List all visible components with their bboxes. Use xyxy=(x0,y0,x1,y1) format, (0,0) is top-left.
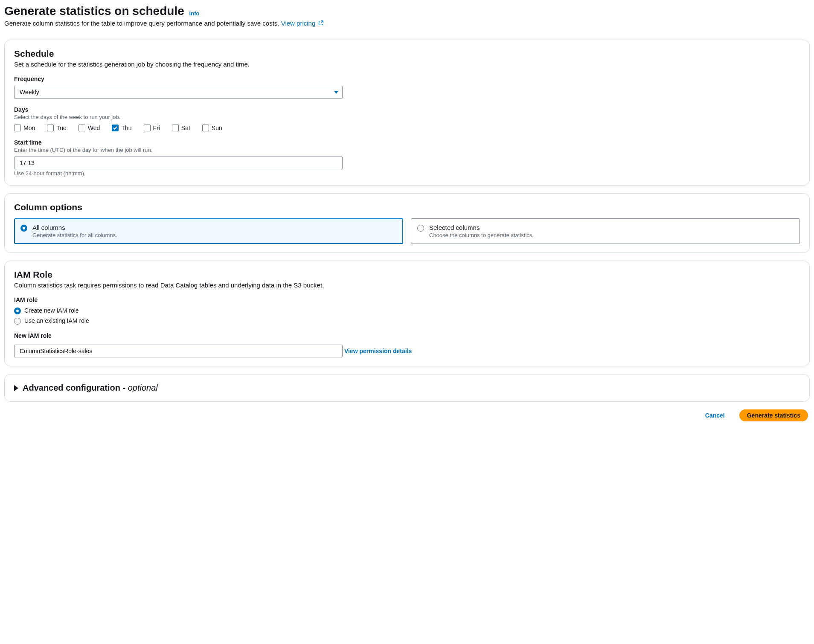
view-permission-details-link[interactable]: View permission details xyxy=(344,348,412,354)
checkbox-icon xyxy=(172,125,179,131)
iam-description: Column statistics task requires permissi… xyxy=(14,281,800,289)
iam-title: IAM Role xyxy=(14,270,800,280)
frequency-select[interactable]: Weekly xyxy=(14,86,343,99)
day-label: Wed xyxy=(88,125,100,131)
day-checkbox-wed[interactable]: Wed xyxy=(78,125,100,131)
days-help: Select the days of the week to run your … xyxy=(14,114,800,120)
day-label: Mon xyxy=(23,125,35,131)
schedule-description: Set a schedule for the statistics genera… xyxy=(14,61,800,68)
external-link-icon xyxy=(318,20,324,26)
radio-icon xyxy=(417,225,424,232)
day-checkbox-thu[interactable]: Thu xyxy=(112,125,131,131)
day-checkbox-mon[interactable]: Mon xyxy=(14,125,35,131)
advanced-optional-text: optional xyxy=(128,383,158,392)
view-pricing-link[interactable]: View pricing xyxy=(281,20,324,27)
caret-right-icon xyxy=(14,385,18,391)
checkbox-icon xyxy=(78,125,85,131)
day-label: Tue xyxy=(56,125,67,131)
day-checkbox-sat[interactable]: Sat xyxy=(172,125,190,131)
radio-icon xyxy=(20,225,27,232)
advanced-config-title: Advanced configuration - optional xyxy=(23,383,158,393)
start-time-input[interactable] xyxy=(14,157,343,169)
column-options-panel: Column options All columns Generate stat… xyxy=(4,193,810,253)
schedule-panel: Schedule Set a schedule for the statisti… xyxy=(4,40,810,186)
tile-selected-columns[interactable]: Selected columns Choose the columns to g… xyxy=(411,218,800,244)
tile-selected-columns-title: Selected columns xyxy=(429,224,534,231)
start-time-hint: Use 24-hour format (hh:mm). xyxy=(14,170,800,177)
new-iam-role-label: New IAM role xyxy=(14,332,800,339)
day-label: Thu xyxy=(121,125,131,131)
radio-use-existing-role[interactable]: Use an existing IAM role xyxy=(14,317,800,325)
day-checkbox-fri[interactable]: Fri xyxy=(144,125,160,131)
day-checkbox-tue[interactable]: Tue xyxy=(47,125,67,131)
tile-all-columns-desc: Generate statistics for all columns. xyxy=(32,232,117,238)
generate-statistics-button[interactable]: Generate statistics xyxy=(739,409,808,421)
page-description: Generate column statistics for the table… xyxy=(4,20,810,27)
radio-icon xyxy=(14,307,21,314)
iam-role-label: IAM role xyxy=(14,296,800,303)
advanced-config-panel[interactable]: Advanced configuration - optional xyxy=(4,374,810,402)
tile-all-columns[interactable]: All columns Generate statistics for all … xyxy=(14,218,403,244)
tile-all-columns-title: All columns xyxy=(32,224,117,231)
radio-existing-label: Use an existing IAM role xyxy=(24,317,89,324)
column-options-title: Column options xyxy=(14,202,800,212)
schedule-title: Schedule xyxy=(14,49,800,59)
view-pricing-label: View pricing xyxy=(281,20,316,27)
radio-create-label: Create new IAM role xyxy=(24,307,79,314)
iam-role-panel: IAM Role Column statistics task requires… xyxy=(4,261,810,366)
checkbox-icon xyxy=(14,125,21,131)
days-label: Days xyxy=(14,106,800,113)
frequency-label: Frequency xyxy=(14,75,800,82)
info-link[interactable]: Info xyxy=(189,10,200,17)
advanced-title-text: Advanced configuration - xyxy=(23,383,128,392)
page-description-text: Generate column statistics for the table… xyxy=(4,20,279,27)
day-label: Sat xyxy=(181,125,190,131)
checkbox-icon xyxy=(112,125,119,131)
day-label: Sun xyxy=(212,125,222,131)
radio-create-new-role[interactable]: Create new IAM role xyxy=(14,307,800,314)
checkbox-icon xyxy=(202,125,209,131)
checkbox-icon xyxy=(47,125,54,131)
tile-selected-columns-desc: Choose the columns to generate statistic… xyxy=(429,232,534,238)
checkbox-icon xyxy=(144,125,151,131)
start-time-label: Start time xyxy=(14,139,800,146)
new-iam-role-input[interactable] xyxy=(14,345,343,357)
start-time-help: Enter the time (UTC) of the day for when… xyxy=(14,147,800,153)
page-title: Generate statistics on schedule xyxy=(4,4,184,17)
radio-icon xyxy=(14,318,21,325)
day-label: Fri xyxy=(153,125,160,131)
day-checkbox-sun[interactable]: Sun xyxy=(202,125,222,131)
cancel-button[interactable]: Cancel xyxy=(698,409,733,421)
